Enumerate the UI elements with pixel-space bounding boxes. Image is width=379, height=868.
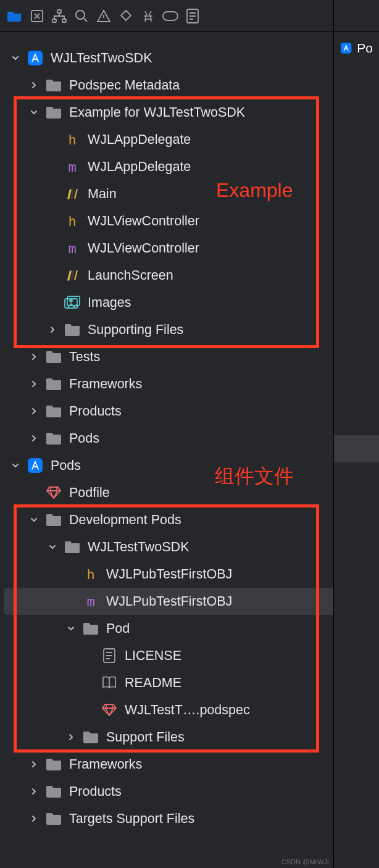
tree-row-label: Targets Support Files xyxy=(69,811,369,827)
tree-row-label: WJLTestTwoSDK xyxy=(51,51,369,66)
tree-row-label: WJLTestTwoSDK xyxy=(88,540,369,555)
chevron-right-icon[interactable] xyxy=(28,80,40,91)
tree-row[interactable]: WJLTestTwoSDK xyxy=(0,44,379,72)
folder-icon xyxy=(44,432,63,445)
disclosure-spacer xyxy=(47,243,58,254)
tree-row-label: Pod xyxy=(106,621,369,636)
folder-icon xyxy=(63,540,81,554)
tree-row[interactable]: LICENSE xyxy=(0,642,379,669)
chevron-down-icon[interactable] xyxy=(28,107,40,118)
debug-nav-icon[interactable] xyxy=(140,7,157,25)
svg-point-14 xyxy=(70,299,72,302)
disclosure-spacer xyxy=(47,297,58,308)
svg-rect-13 xyxy=(67,296,80,306)
tree-row[interactable]: WJLTestT….podspecM xyxy=(0,696,379,724)
chevron-down-icon[interactable] xyxy=(10,460,21,471)
test-nav-icon[interactable] xyxy=(117,7,135,25)
chevron-right-icon[interactable] xyxy=(28,786,40,797)
tree-row[interactable]: Frameworks xyxy=(0,370,379,398)
h-icon: h xyxy=(63,214,81,229)
chevron-right-icon[interactable] xyxy=(65,732,77,743)
chevron-down-icon[interactable] xyxy=(65,623,77,634)
tree-row[interactable]: mWJLViewController xyxy=(0,235,379,262)
chevron-down-icon[interactable] xyxy=(10,52,21,64)
folder-icon xyxy=(81,622,100,635)
tree-row-label: Main xyxy=(88,186,369,202)
tree-row[interactable]: hWJLViewController xyxy=(0,207,379,235)
tree-row-label: Tests xyxy=(69,349,369,365)
folder-icon xyxy=(44,78,63,92)
tree-row[interactable]: Pods xyxy=(0,452,379,479)
editor-pane: Po xyxy=(333,0,379,868)
search-icon[interactable] xyxy=(73,7,90,25)
tree-row[interactable]: Products xyxy=(0,398,379,425)
m-icon: m xyxy=(63,159,81,175)
chevron-down-icon[interactable] xyxy=(28,514,40,525)
tree-row-label: Frameworks xyxy=(69,757,369,772)
tree-row-label: WJLAppDelegate xyxy=(88,159,369,175)
tree-row[interactable]: Development Pods xyxy=(0,506,379,533)
tree-row-label: WJLAppDelegate xyxy=(88,132,369,148)
disclosure-spacer xyxy=(65,596,77,607)
tree-row[interactable]: Tests xyxy=(0,343,379,370)
app-icon xyxy=(26,50,44,66)
tree-row[interactable]: Podspec MetadataM xyxy=(0,72,379,99)
disclosure-spacer xyxy=(65,569,77,580)
tree-row-label: LaunchScreen xyxy=(88,268,369,283)
navigator-toolbar xyxy=(0,0,379,32)
project-navigator-tree[interactable]: WJLTestTwoSDKPodspec MetadataMExample fo… xyxy=(0,32,379,835)
h-icon: h xyxy=(63,132,81,148)
tree-row-label: LICENSE xyxy=(125,648,369,664)
chevron-right-icon[interactable] xyxy=(28,813,40,824)
tree-row[interactable]: Main xyxy=(0,180,379,207)
chevron-right-icon[interactable] xyxy=(28,351,40,362)
tree-row-label: Podspec Metadata xyxy=(69,78,354,93)
storyboard-icon xyxy=(63,268,81,283)
svg-rect-2 xyxy=(52,19,56,22)
tree-row[interactable]: Targets Support Files xyxy=(0,805,379,832)
storyboard-icon xyxy=(63,186,81,201)
folder-icon xyxy=(44,513,63,527)
tree-row[interactable]: Frameworks xyxy=(0,751,379,778)
tree-row[interactable]: WJLTestTwoSDK xyxy=(0,533,379,561)
report-nav-icon[interactable] xyxy=(184,7,201,25)
tree-row[interactable]: hWJLAppDelegate xyxy=(0,126,379,153)
tree-row[interactable]: Support Files xyxy=(0,724,379,751)
tree-row-label: Products xyxy=(69,784,369,799)
symbol-nav-icon[interactable] xyxy=(51,7,68,25)
tree-row[interactable]: hWJLPubTestFirstOBJ xyxy=(0,561,379,588)
tree-row-label: Pods xyxy=(51,458,369,474)
chevron-right-icon[interactable] xyxy=(47,324,58,335)
tree-row[interactable]: LaunchScreen xyxy=(0,262,379,289)
tree-row[interactable]: Podfile xyxy=(0,479,379,506)
editor-tab[interactable]: Po xyxy=(334,32,379,64)
tree-row[interactable]: Pods xyxy=(0,425,379,452)
chevron-right-icon[interactable] xyxy=(28,759,40,770)
tree-row[interactable]: Supporting Files xyxy=(0,316,379,343)
tree-row[interactable]: Pod xyxy=(0,615,379,642)
m-icon: m xyxy=(63,241,81,256)
issue-nav-icon[interactable] xyxy=(95,7,112,25)
tree-row[interactable]: Products xyxy=(0,778,379,805)
folder-icon xyxy=(44,377,63,391)
ruby-icon xyxy=(100,703,119,717)
tree-row-label: WJLPubTestFirstOBJ xyxy=(106,567,369,582)
folder-nav-icon[interactable] xyxy=(6,7,23,25)
breakpoint-nav-icon[interactable] xyxy=(162,7,179,25)
tree-row[interactable]: mWJLAppDelegate xyxy=(0,153,379,180)
tree-row-label: Products xyxy=(69,404,369,419)
tree-row[interactable]: Example for WJLTestTwoSDK xyxy=(0,99,379,126)
chevron-right-icon[interactable] xyxy=(28,406,40,417)
h-icon: h xyxy=(81,567,100,582)
source-control-icon[interactable] xyxy=(28,7,46,25)
svg-point-4 xyxy=(76,10,85,19)
tree-row[interactable]: mWJLPubTestFirstOBJ xyxy=(4,588,375,615)
tree-row-label: Support Files xyxy=(106,730,369,745)
tree-row[interactable]: README xyxy=(0,669,379,696)
chevron-down-icon[interactable] xyxy=(47,541,58,553)
tree-row[interactable]: Images xyxy=(0,289,379,316)
chevron-right-icon[interactable] xyxy=(28,378,40,390)
chevron-right-icon[interactable] xyxy=(28,433,40,444)
disclosure-spacer xyxy=(28,487,40,498)
disclosure-spacer xyxy=(84,650,95,661)
